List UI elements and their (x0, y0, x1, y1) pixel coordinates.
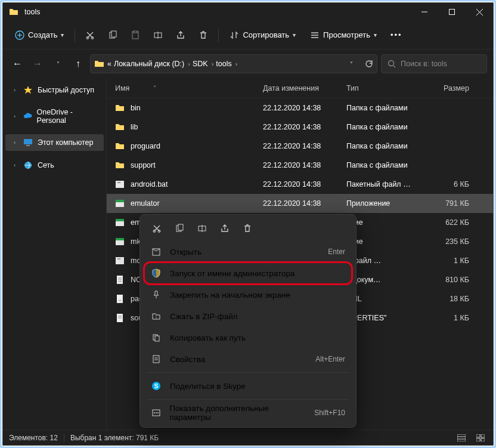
column-headers[interactable]: Имя˄ Дата изменения Тип Размер (107, 78, 493, 98)
file-date: 22.12.2020 14:38 (263, 180, 346, 189)
search-box[interactable]: Поиск в: tools (381, 54, 487, 73)
icons-view-button[interactable] (474, 432, 487, 443)
rename-button[interactable] (148, 27, 168, 44)
chevron-down-icon: ▾ (293, 32, 296, 38)
ctx-run-as-admin[interactable]: Запуск от имени администратора (144, 262, 352, 284)
chevron-down-icon[interactable]: ˅ (350, 61, 353, 67)
folder-icon (94, 59, 105, 69)
ctx-show-more[interactable]: Показать дополнительные параметры Shift+… (144, 402, 352, 424)
crumb-drive[interactable]: Локальный диск (D:)› (114, 60, 190, 68)
file-row[interactable]: support22.12.2020 14:38Папка с файлами (107, 156, 493, 175)
svg-rect-24 (116, 200, 124, 202)
svg-text:‹›: ‹› (119, 298, 121, 302)
file-row[interactable]: proguard22.12.2020 14:38Папка с файлами (107, 137, 493, 156)
forward-button[interactable]: → (29, 55, 46, 72)
copy-button[interactable] (103, 27, 123, 44)
svg-rect-41 (457, 434, 466, 441)
view-button[interactable]: Просмотреть ▾ (304, 27, 383, 44)
list-icon (310, 30, 320, 40)
svg-point-15 (389, 61, 394, 66)
ctx-pin-to-start[interactable]: Закрепить на начальном экране (144, 284, 352, 305)
chevron-down-icon: ▾ (61, 32, 64, 38)
sort-button[interactable]: Сортировать ▾ (224, 27, 302, 44)
search-icon (388, 60, 396, 68)
file-name: proguard (131, 142, 160, 150)
paste-button[interactable] (125, 27, 145, 44)
svg-rect-29 (116, 257, 124, 264)
crumb-tools[interactable]: tools› (216, 60, 237, 68)
file-size: 622 КБ (427, 218, 469, 227)
file-icon (115, 180, 125, 189)
file-type: OPERTIES" (346, 314, 427, 322)
open-icon (151, 246, 162, 257)
ctx-compress-zip[interactable]: Сжать в ZIP-файл (144, 305, 352, 327)
paste-icon (131, 30, 140, 40)
recent-chevron[interactable]: ˅ (49, 55, 66, 72)
svg-rect-26 (116, 219, 124, 221)
svg-rect-1 (450, 10, 455, 15)
breadcrumb[interactable]: « Локальный диск (D:)› SDK› tools› ˅ (90, 54, 377, 73)
sidebar-item-quick-access[interactable]: › Быстрый доступ (3, 82, 106, 98)
svg-rect-18 (26, 145, 30, 146)
file-row[interactable]: bin22.12.2020 14:38Папка с файлами (107, 98, 493, 118)
back-button[interactable]: ← (9, 55, 26, 72)
details-view-button[interactable] (455, 432, 468, 443)
svg-rect-45 (481, 434, 485, 437)
up-button[interactable]: ↑ (70, 55, 86, 72)
new-button[interactable]: Создать ▾ (9, 27, 70, 44)
ctx-open[interactable]: Открыть Enter (144, 241, 352, 262)
file-size: 18 КБ (427, 295, 469, 303)
file-icon (115, 256, 125, 265)
shield-icon (151, 268, 162, 279)
svg-rect-10 (111, 31, 116, 37)
file-date: 22.12.2020 14:38 (263, 142, 346, 150)
svg-point-31 (119, 258, 120, 259)
file-row[interactable]: android.bat22.12.2020 14:38Пакетный файл… (107, 175, 493, 194)
trash-icon (199, 30, 208, 40)
file-type: Папка с файлами (346, 123, 427, 131)
ctx-share-skype[interactable]: S Поделиться в Skype (144, 375, 352, 397)
toolbar: Создать ▾ Сортировать ▾ Просмотреть ▾ ••… (3, 21, 493, 50)
status-bar: Элементов: 12 Выбран 1 элемент: 791 КБ (3, 430, 493, 445)
file-name: support (131, 161, 156, 169)
share-button[interactable] (170, 27, 191, 44)
svg-rect-12 (134, 31, 137, 33)
maximize-button[interactable] (438, 3, 466, 21)
ctx-rename-button[interactable] (191, 220, 213, 237)
item-count: Элементов: 12 (9, 434, 58, 442)
ctx-delete-button[interactable] (237, 220, 258, 237)
file-size: 1 КБ (427, 257, 469, 265)
ctx-share-button[interactable] (214, 220, 235, 237)
close-button[interactable] (466, 3, 493, 21)
sidebar-item-this-pc[interactable]: › Этот компьютер (5, 134, 104, 151)
file-row[interactable]: emulator22.12.2020 14:38Приложение791 КБ (107, 194, 493, 213)
file-name: bin (131, 104, 141, 112)
pc-icon (23, 138, 33, 147)
ctx-properties[interactable]: Свойства Alt+Enter (144, 348, 352, 370)
minimize-button[interactable] (411, 3, 438, 21)
delete-button[interactable] (193, 27, 213, 44)
file-date: 22.12.2020 14:38 (263, 123, 346, 131)
cut-button[interactable] (80, 27, 100, 44)
file-row[interactable]: lib22.12.2020 14:38Папка с файлами (107, 118, 493, 137)
svg-point-21 (117, 182, 119, 183)
context-menu: Открыть Enter Запуск от имени администра… (140, 214, 356, 428)
more-button[interactable]: ••• (385, 27, 408, 43)
file-date: 22.12.2020 14:38 (263, 161, 346, 169)
ctx-cut-button[interactable] (146, 220, 168, 237)
ctx-copy-as-path[interactable]: Копировать как путь (144, 327, 352, 348)
sidebar-item-network[interactable]: › Сеть (3, 157, 106, 174)
file-type: XML (346, 295, 427, 303)
network-icon (23, 160, 33, 170)
crumb-sdk[interactable]: SDK› (193, 60, 213, 68)
file-type: Папка с файлами (346, 142, 427, 150)
file-size: 791 КБ (427, 199, 469, 208)
svg-rect-51 (178, 224, 183, 230)
star-icon (23, 85, 33, 95)
file-size: 1 КБ (427, 314, 469, 322)
svg-rect-17 (24, 139, 32, 144)
refresh-button[interactable] (365, 60, 373, 68)
file-name: lib (131, 123, 138, 131)
ctx-copy-button[interactable] (169, 220, 190, 237)
sidebar-item-onedrive[interactable]: › OneDrive - Personal (3, 104, 106, 128)
